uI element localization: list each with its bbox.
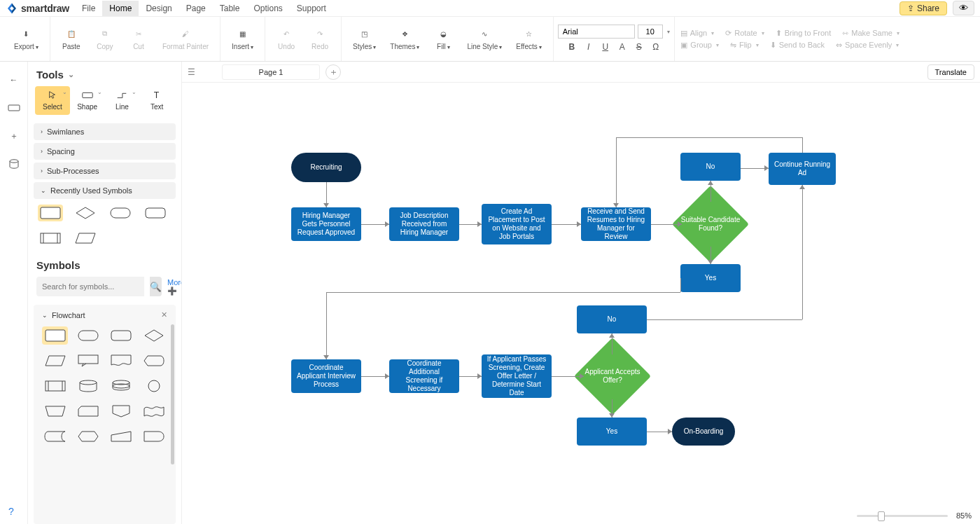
redo-button[interactable]: ↷Redo xyxy=(304,25,335,53)
symbols-more-link[interactable]: More ➕ xyxy=(167,278,182,296)
shape-preparation[interactable] xyxy=(75,427,101,446)
add-page-button[interactable]: ＋ xyxy=(326,64,341,80)
menu-table[interactable]: Table xyxy=(213,1,247,16)
preview-button[interactable]: 👁 xyxy=(953,1,974,15)
line-style-button[interactable]: ∿Line Style▾ xyxy=(461,25,507,53)
recent-shape-data[interactable] xyxy=(73,230,98,247)
acc-swimlanes[interactable]: ›Swimlanes xyxy=(34,123,176,140)
recent-shape-rounded[interactable] xyxy=(143,205,168,221)
fill-button[interactable]: ◒Fill▾ xyxy=(428,25,458,53)
rail-data[interactable] xyxy=(7,157,21,171)
shape-offpage[interactable] xyxy=(108,402,134,420)
font-name-input[interactable] xyxy=(558,25,635,39)
shape-subprocess[interactable] xyxy=(42,377,68,395)
insert-button[interactable]: ▦Insert▾ xyxy=(226,25,259,53)
palette-scrollbar[interactable] xyxy=(171,324,174,464)
align-button[interactable]: ▤Align▾ xyxy=(680,29,714,38)
recent-shape-subprocess[interactable] xyxy=(38,230,63,247)
node-offer-letter[interactable]: If Applicant Passes Screening, Create Of… xyxy=(482,354,552,398)
bold-button[interactable]: B xyxy=(565,41,579,53)
cut-button[interactable]: ✂Cut xyxy=(123,25,154,53)
node-create-ad[interactable]: Create Ad Placement to Post on Website a… xyxy=(482,204,552,244)
shape-storage[interactable] xyxy=(42,427,68,446)
tool-line[interactable]: ⌄Line xyxy=(105,86,140,115)
strike-button[interactable]: S xyxy=(632,41,646,53)
font-size-input[interactable] xyxy=(638,25,663,39)
format-painter-button[interactable]: 🖌Format Painter xyxy=(157,25,214,53)
canvas[interactable]: Recruiting Hiring Manager Gets Personnel… xyxy=(182,83,980,507)
shape-terminator[interactable] xyxy=(75,326,101,345)
flip-button[interactable]: ⇋Flip▾ xyxy=(730,41,759,50)
shape-database[interactable] xyxy=(108,377,134,395)
shape-card[interactable] xyxy=(75,402,101,420)
help-button[interactable]: ? xyxy=(8,506,14,517)
zoom-thumb[interactable] xyxy=(878,511,885,521)
shape-manual-input[interactable] xyxy=(108,427,134,446)
node-screening[interactable]: Coordinate Additional Screening if Neces… xyxy=(389,359,459,393)
shape-data[interactable] xyxy=(42,352,68,370)
node-yes-1[interactable]: Yes xyxy=(680,264,741,292)
rail-back[interactable]: ← xyxy=(7,73,21,87)
recent-shape-decision[interactable] xyxy=(73,205,98,221)
page-tab-1[interactable]: Page 1 xyxy=(222,64,320,80)
node-onboarding[interactable]: On-Boarding xyxy=(672,418,735,446)
translate-button[interactable]: Translate xyxy=(927,64,974,80)
node-continue-ad[interactable]: Continue Running Ad xyxy=(769,153,836,185)
shape-callout[interactable] xyxy=(75,352,101,370)
menu-support[interactable]: Support xyxy=(290,1,333,16)
underline-button[interactable]: U xyxy=(598,41,612,53)
shape-decision[interactable] xyxy=(141,326,167,345)
clear-format-button[interactable]: Ω xyxy=(649,41,663,53)
node-no-2[interactable]: No xyxy=(577,305,647,333)
node-no-1[interactable]: No xyxy=(680,153,741,181)
group-button[interactable]: ▣Group▾ xyxy=(680,41,719,50)
shape-delay[interactable] xyxy=(141,427,167,446)
rotate-button[interactable]: ⟳Rotate▾ xyxy=(725,29,764,38)
shape-process[interactable] xyxy=(42,326,68,345)
node-request-approved[interactable]: Hiring Manager Gets Personnel Request Ap… xyxy=(291,207,361,241)
themes-button[interactable]: ❖Themes▾ xyxy=(384,25,425,53)
send-back-button[interactable]: ⬇Send to Back xyxy=(770,41,825,50)
menu-home[interactable]: Home xyxy=(102,1,139,16)
acc-subprocesses[interactable]: ›Sub-Processes xyxy=(34,163,176,179)
font-color-button[interactable]: A xyxy=(615,41,629,53)
node-accepts-offer[interactable]: Applicant Accepts Offer? xyxy=(574,352,651,401)
share-button[interactable]: ⇪Share xyxy=(899,1,947,15)
node-recruiting[interactable]: Recruiting xyxy=(291,153,361,182)
export-button[interactable]: ⬇Export▾ xyxy=(8,25,44,53)
styles-button[interactable]: ◳Styles▾ xyxy=(347,25,382,53)
shape-disk[interactable] xyxy=(75,377,101,395)
page-list-icon[interactable]: ☰ xyxy=(188,67,195,77)
shape-document[interactable] xyxy=(108,352,134,370)
node-resumes[interactable]: Receive and Send Resumes to Hiring Manag… xyxy=(581,207,651,241)
shape-manual-op[interactable] xyxy=(42,402,68,420)
symbol-search-input[interactable] xyxy=(36,277,144,296)
undo-button[interactable]: ↶Undo xyxy=(271,25,302,53)
menu-options[interactable]: Options xyxy=(246,1,289,16)
recent-shape-terminator[interactable] xyxy=(108,205,133,221)
menu-file[interactable]: File xyxy=(75,1,102,16)
effects-button[interactable]: ☆Effects▾ xyxy=(510,25,547,53)
italic-button[interactable]: I xyxy=(582,41,596,53)
acc-spacing[interactable]: ›Spacing xyxy=(34,143,176,160)
rail-smartpanel[interactable] xyxy=(7,101,21,115)
zoom-slider[interactable] xyxy=(857,515,948,517)
rail-add[interactable]: ＋ xyxy=(7,129,21,143)
paste-button[interactable]: 📋Paste xyxy=(56,25,87,53)
tool-select[interactable]: ⌄Select xyxy=(35,86,70,115)
menu-design[interactable]: Design xyxy=(139,1,178,16)
palette-close[interactable]: ✕ xyxy=(161,310,167,319)
shape-connector[interactable] xyxy=(141,377,167,395)
symbol-search-button[interactable]: 🔍 xyxy=(150,277,162,296)
menu-page[interactable]: Page xyxy=(179,1,213,16)
acc-recent[interactable]: ⌄Recently Used Symbols xyxy=(34,182,176,199)
node-yes-2[interactable]: Yes xyxy=(577,418,647,446)
node-job-description[interactable]: Job Description Received from Hiring Man… xyxy=(389,207,459,241)
node-candidate-found[interactable]: Suitable Candidate Found? xyxy=(672,200,749,249)
shape-rounded[interactable] xyxy=(108,326,134,345)
recent-shape-process[interactable] xyxy=(38,205,63,221)
bring-front-button[interactable]: ⬆Bring to Front xyxy=(776,29,832,38)
node-interview[interactable]: Coordinate Applicant Interview Process xyxy=(291,359,361,393)
shape-display[interactable] xyxy=(141,352,167,370)
make-same-button[interactable]: ⇿Make Same▾ xyxy=(842,29,899,38)
